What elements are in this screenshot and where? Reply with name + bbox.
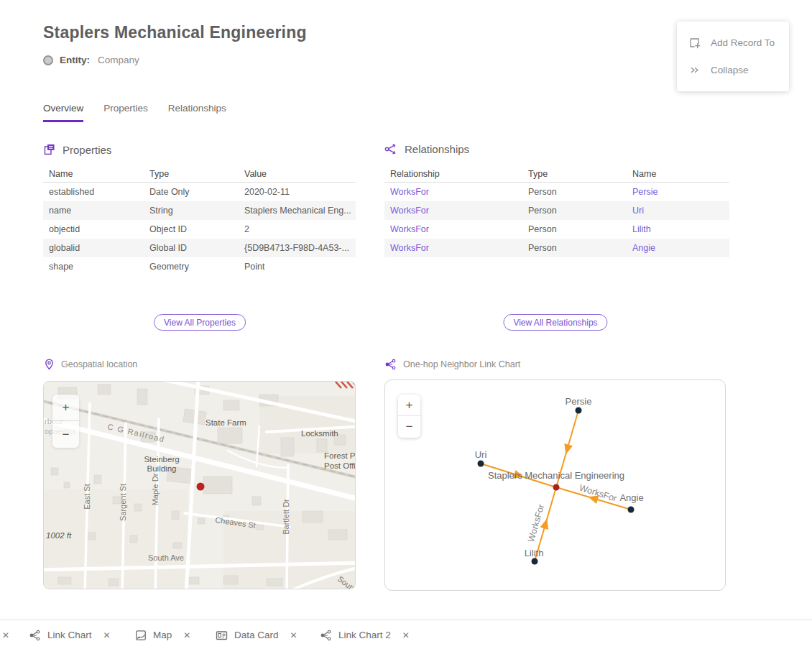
view-all-properties-button[interactable]: View All Properties — [154, 314, 246, 331]
menu-item-add-record-to[interactable]: Add Record To — [677, 29, 789, 56]
entity-link[interactable]: Angie — [627, 243, 729, 253]
workspace-tab-label: Data Card — [234, 630, 279, 640]
properties-section-header: Properties — [43, 143, 111, 156]
link-chart-icon — [320, 630, 332, 641]
relationship-link[interactable]: WorksFor — [384, 224, 522, 234]
map-label-street: East St — [83, 484, 91, 509]
prop-value: Staplers Mechanical Eng... — [239, 206, 356, 216]
table-row: globalid Global ID {5D9B4713-F98D-4A53-.… — [43, 239, 356, 257]
entity-row: Entity: Company — [43, 55, 139, 65]
map-label-street: Sargent St — [119, 484, 127, 521]
rel-type: Person — [522, 243, 627, 253]
table-row: WorksFor Person Angie — [384, 239, 729, 257]
col-header: Name — [43, 169, 144, 179]
map-label-poi: Locksmith — [301, 429, 338, 438]
prop-value: 2020-02-11 — [239, 187, 356, 197]
col-header: Relationship — [384, 169, 522, 179]
relationship-link[interactable]: WorksFor — [384, 187, 522, 197]
relationships-icon — [384, 143, 398, 155]
prop-type: Global ID — [144, 243, 239, 253]
node-label: Lilith — [525, 548, 544, 558]
map-zoom-out-button[interactable]: − — [52, 421, 79, 448]
entity-link[interactable]: Lilith — [627, 224, 729, 234]
prop-type: String — [144, 206, 239, 216]
map-zoom-control: + − — [52, 395, 79, 448]
tab-relationships[interactable]: Relationships — [168, 103, 226, 122]
workspace-tab-label: Map — [153, 630, 172, 640]
relationships-table-header: Relationship Type Name — [384, 166, 729, 183]
workspace-tab-bar: ✕ Link Chart ✕ Map ✕ — [0, 620, 812, 649]
view-all-relationships-button[interactable]: View All Relationships — [503, 314, 607, 331]
relationship-link[interactable]: WorksFor — [384, 206, 522, 216]
link-chart-zoom-in-button[interactable]: + — [398, 395, 420, 416]
graph-node-angie[interactable] — [628, 507, 635, 513]
table-row: WorksFor Person Lilith — [384, 220, 729, 239]
map-label-street: Bartlett Dr — [282, 499, 290, 535]
map-label-poi: Building — [147, 464, 177, 473]
graph-node-persie[interactable] — [576, 408, 582, 414]
data-card-icon — [216, 630, 228, 641]
link-chart-view[interactable]: WorksFor WorksFor Persie Uri Angie Lilit… — [384, 379, 726, 591]
workspace-tab-link-chart-2[interactable]: Link Chart 2 ✕ — [320, 620, 410, 649]
link-chart-icon — [29, 630, 41, 641]
close-icon[interactable]: ✕ — [2, 630, 9, 640]
workspace-tab-link-chart[interactable]: Link Chart ✕ — [29, 620, 111, 649]
map-view[interactable]: rbour opaedics C G Railroad State Farm L… — [43, 381, 356, 589]
workspace-tab-map[interactable]: Map ✕ — [135, 620, 190, 649]
relationship-link[interactable]: WorksFor — [384, 243, 522, 253]
col-header: Value — [239, 169, 356, 179]
tab-overview[interactable]: Overview — [43, 103, 83, 122]
map-label-poi: Forest Par — [324, 451, 356, 460]
table-row: established Date Only 2020-02-11 — [43, 183, 356, 201]
close-icon[interactable]: ✕ — [103, 630, 111, 640]
close-icon[interactable]: ✕ — [290, 630, 297, 640]
link-chart-section-header: One-hop Neighbor Link Chart — [384, 359, 520, 370]
close-icon[interactable]: ✕ — [402, 630, 410, 640]
geospatial-section-title: Geospatial location — [61, 359, 137, 369]
map-label-street: South Ave — [148, 553, 184, 562]
map-scale-label: 1002 ft — [46, 531, 72, 540]
map-label-street: Maple Dr — [151, 473, 160, 505]
graph-node-lilith[interactable] — [532, 558, 538, 565]
workspace-tab-label: Link Chart 2 — [338, 630, 391, 640]
menu-item-collapse[interactable]: Collapse — [677, 56, 789, 83]
prop-value: Point — [239, 262, 356, 272]
prop-name: globalid — [43, 243, 144, 253]
context-menu: Add Record To Collapse — [677, 22, 789, 91]
link-chart-canvas: WorksFor WorksFor Persie Uri Angie Lilit… — [385, 380, 726, 591]
menu-item-label: Add Record To — [711, 37, 775, 48]
prop-name: objectid — [43, 224, 144, 234]
link-chart-icon — [384, 359, 397, 370]
tab-partial[interactable]: ✕ — [0, 620, 9, 649]
workspace-tab-label: Link Chart — [47, 630, 92, 640]
map-label-poi: State Farm — [206, 418, 246, 427]
node-label: Persie — [566, 396, 592, 407]
map-icon — [135, 630, 147, 641]
relationships-table: Relationship Type Name WorksFor Person P… — [384, 166, 729, 257]
graph-node-uri[interactable] — [478, 461, 484, 467]
add-record-icon — [688, 37, 701, 49]
properties-table: Name Type Value established Date Only 20… — [43, 166, 356, 276]
menu-item-label: Collapse — [711, 65, 749, 75]
data-card-page: Staplers Mechanical Engineering Entity: … — [0, 0, 812, 649]
workspace-tab-data-card[interactable]: Data Card ✕ — [216, 620, 297, 649]
prop-type: Date Only — [144, 187, 239, 197]
entity-link[interactable]: Uri — [627, 206, 729, 216]
relationships-section-title: Relationships — [405, 143, 469, 155]
col-header: Type — [144, 169, 239, 179]
close-icon[interactable]: ✕ — [183, 630, 190, 640]
tab-properties[interactable]: Properties — [103, 103, 148, 122]
link-chart-zoom-out-button[interactable]: − — [398, 416, 420, 438]
map-zoom-in-button[interactable]: + — [52, 395, 79, 421]
properties-table-header: Name Type Value — [43, 166, 356, 183]
map-marker[interactable] — [197, 483, 205, 491]
table-row: WorksFor Person Persie — [384, 183, 729, 201]
col-header: Name — [627, 169, 729, 179]
entity-link[interactable]: Persie — [627, 187, 729, 197]
entity-type-icon — [43, 55, 53, 65]
prop-name: established — [43, 187, 144, 197]
graph-node-center[interactable] — [553, 484, 560, 491]
relationships-section-header: Relationships — [384, 143, 469, 155]
properties-icon — [43, 143, 56, 156]
entity-type-value: Company — [98, 55, 139, 65]
